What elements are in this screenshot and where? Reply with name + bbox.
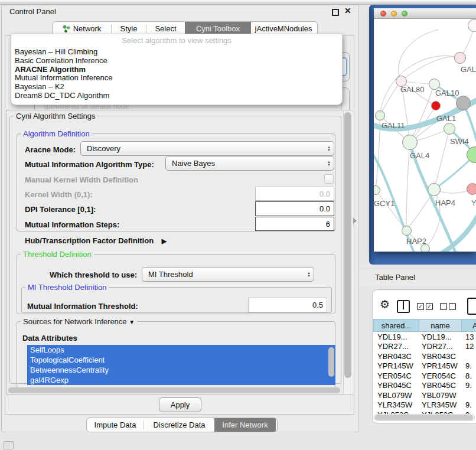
- algorithm-popup-item[interactable]: Basic Correlation Inference: [14, 57, 340, 66]
- field-value: 0.0: [319, 204, 330, 213]
- select-all-checkbox-icon[interactable]: ✓: [426, 303, 433, 310]
- gear-icon[interactable]: ⚙: [380, 298, 390, 311]
- network-window-titlebar[interactable]: [374, 8, 476, 19]
- table-cell: YDL19...: [419, 332, 462, 341]
- table-cell: YBL079W: [373, 391, 419, 400]
- node-label: HAP2: [406, 237, 426, 246]
- network-node[interactable]: [429, 79, 440, 90]
- sources-title: Sources for Network Inference: [23, 317, 127, 326]
- minimize-traffic-light-icon[interactable]: [391, 11, 397, 17]
- table-cell: YER054C: [419, 371, 462, 380]
- algorithm-popup-item[interactable]: ARACNE Algorithm: [14, 66, 340, 74]
- apply-button[interactable]: Apply: [159, 397, 201, 412]
- attributes-scrollbar-thumb[interactable]: [328, 347, 334, 377]
- kernel-width-field[interactable]: 0.0: [255, 187, 334, 201]
- stepper-arrows-icon: ▲▼: [327, 146, 331, 152]
- network-node[interactable]: [402, 226, 412, 236]
- panel-resize-handle[interactable]: [353, 218, 357, 224]
- float-window-icon[interactable]: [332, 9, 339, 16]
- algorithm-popup-item[interactable]: Mutual Information Inference: [14, 74, 340, 83]
- table-cell: YDR27...: [419, 342, 462, 351]
- mi-steps-field[interactable]: 6: [255, 217, 334, 231]
- node-label: GAL11: [382, 121, 405, 130]
- dpi-tolerance-field[interactable]: 0.0: [255, 201, 334, 216]
- mi-algorithm-type-select[interactable]: Naive Bayes ▲▼: [165, 156, 334, 171]
- table-cell: 12: [462, 342, 476, 351]
- network-canvas[interactable]: GALGAL80GAL10GAL1GAL11SWI4GAL4GCY1HAP4YH…: [374, 19, 476, 252]
- manual-kernel-width-checkbox[interactable]: [324, 174, 334, 184]
- table-row[interactable]: YBL079WYBL079W: [373, 390, 476, 400]
- algorithm-popup-item[interactable]: Bayesian – Hill Climbing: [14, 48, 340, 57]
- group-title: Threshold Definition: [21, 250, 94, 259]
- collapsed-panel-icon[interactable]: [4, 441, 14, 449]
- column-header-a[interactable]: A: [462, 319, 476, 332]
- table-rows: YDL19...YDL19...13YDR27...YDR27...12YBR0…: [373, 332, 476, 414]
- hub-definition-toggle[interactable]: Hub/Transcription Factor Definition ▶: [25, 236, 167, 245]
- attribute-list-item[interactable]: SelfLoops: [27, 345, 335, 355]
- network-node[interactable]: [402, 135, 418, 150]
- table-panel-title: Table Panel: [375, 273, 415, 282]
- table-row[interactable]: YBR045CYBR045C9.: [373, 381, 476, 391]
- horizontal-scrollbar-thumb[interactable]: [8, 387, 340, 393]
- network-node[interactable]: [467, 183, 476, 195]
- field-value: 0.5: [312, 301, 323, 309]
- table-cell: 9.: [462, 400, 476, 409]
- select-all-checkbox-icon[interactable]: ✓: [417, 303, 424, 310]
- algorithm-popup-item[interactable]: Bayesian – K2: [14, 83, 340, 92]
- network-node[interactable]: [428, 183, 441, 196]
- table-row[interactable]: YER054CYER054C8.: [373, 371, 476, 381]
- tab-discretize-data[interactable]: Discretize Data: [144, 418, 214, 432]
- network-node[interactable]: [454, 52, 466, 64]
- mi-threshold-field[interactable]: 0.5: [248, 298, 327, 312]
- table-row[interactable]: YJL052CYJL052C0: [373, 410, 476, 414]
- table-cell: 9.: [462, 381, 476, 390]
- node-label: GAL4: [410, 151, 429, 160]
- table-row[interactable]: YBR043CYBR043C: [373, 351, 476, 361]
- table-cell: YPR145W: [419, 361, 462, 370]
- close-traffic-light-icon[interactable]: [380, 11, 386, 17]
- document-icon[interactable]: [467, 298, 476, 315]
- tab-infer-network[interactable]: Infer Network: [214, 418, 276, 432]
- which-threshold-select[interactable]: MI Threshold ▲▼: [142, 267, 314, 282]
- node-label: HAP4: [435, 198, 455, 207]
- network-node[interactable]: [431, 101, 441, 110]
- table-row[interactable]: YDR27...YDR27...12: [373, 342, 476, 352]
- group-title: MI Threshold Definition: [25, 283, 109, 292]
- column-header-name[interactable]: name: [419, 319, 462, 332]
- table-cell: YBR045C: [419, 381, 462, 390]
- kernel-width-label: Kernel Width (0,1):: [25, 190, 93, 199]
- data-attributes-list[interactable]: SelfLoopsTopologicalCoefficientBetweenne…: [27, 345, 335, 385]
- node-label: GAL80: [400, 85, 424, 94]
- tab-label: jActiveMNodules: [255, 24, 312, 33]
- stepper-arrows-icon: ▲▼: [327, 161, 331, 167]
- algorithm-popup-item[interactable]: Dream8 DC_TDC Algorithm: [14, 92, 340, 100]
- column-header-shared[interactable]: shared...: [373, 319, 419, 332]
- attribute-list-item[interactable]: BetweennessCentrality: [27, 365, 335, 375]
- zoom-traffic-light-icon[interactable]: [402, 11, 407, 17]
- column-layout-icon[interactable]: [397, 300, 410, 313]
- table-row[interactable]: YLR345WYLR345W9.: [373, 400, 476, 410]
- table-row[interactable]: YDL19...YDL19...13: [373, 332, 476, 342]
- table-cell: YLR345W: [373, 400, 419, 409]
- attribute-list-item[interactable]: gal4RGexp: [27, 375, 335, 385]
- chevron-right-icon: ▶: [162, 237, 167, 244]
- dpi-tolerance-label: DPI Tolerance [0,1]:: [25, 205, 96, 214]
- network-node[interactable]: [375, 110, 385, 120]
- tab-label: Network: [73, 24, 102, 33]
- attribute-list-item[interactable]: TopologicalCoefficient: [27, 355, 335, 365]
- sources-title-toggle[interactable]: Sources for Network Inference ▼: [21, 317, 137, 326]
- aracne-mode-select[interactable]: Discovery ▲▼: [80, 141, 334, 156]
- network-node[interactable]: [444, 123, 455, 135]
- selected-value: Naive Bayes: [172, 159, 215, 168]
- table-header-row: shared... name A: [373, 319, 476, 332]
- tab-label: Cyni Toolbox: [196, 24, 240, 33]
- table-hscrollbar-thumb[interactable]: [375, 415, 473, 420]
- tab-impute-data[interactable]: Impute Data: [87, 418, 144, 432]
- field-value: 6: [326, 220, 330, 229]
- table-row[interactable]: YPR145WYPR145W9.: [373, 361, 476, 371]
- vertical-scrollbar-thumb[interactable]: [344, 112, 351, 378]
- deselect-all-checkbox-icon[interactable]: [449, 303, 456, 310]
- network-node[interactable]: [456, 96, 471, 110]
- deselect-all-checkbox-icon[interactable]: [440, 303, 447, 310]
- close-icon[interactable]: ✕: [344, 6, 351, 15]
